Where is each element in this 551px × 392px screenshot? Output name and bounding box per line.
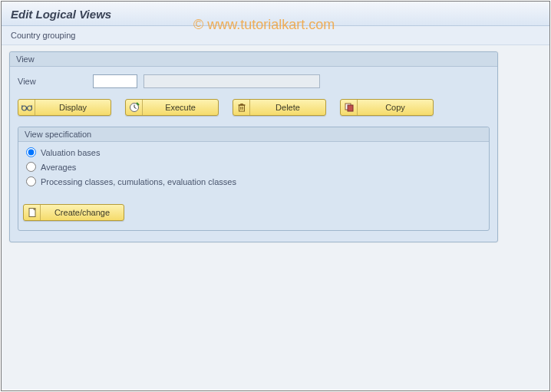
radio-label-processing: Processing classes, cumulations, evaluat… [41, 177, 236, 186]
radio-item-valuation[interactable]: Valuation bases [21, 145, 486, 160]
view-spec-title: View specification [18, 127, 489, 142]
view-group-title: View [10, 52, 497, 67]
radio-item-averages[interactable]: Averages [21, 160, 486, 174]
view-groupbox: View View Display [9, 51, 498, 242]
trash-icon [233, 100, 250, 115]
view-code-input[interactable] [93, 74, 137, 88]
view-spec-groupbox: View specification Valuation bases Avera… [18, 127, 490, 231]
create-change-label: Create/change [41, 208, 124, 217]
action-button-row: Display Execute Delete [18, 99, 490, 116]
execute-button-label: Execute [143, 103, 218, 112]
delete-button-label: Delete [250, 103, 325, 112]
svg-rect-5 [348, 105, 353, 111]
radio-label-averages: Averages [41, 163, 76, 172]
svg-point-0 [21, 106, 26, 110]
clock-execute-icon [126, 100, 143, 115]
view-input-row: View [18, 74, 490, 88]
radio-label-valuation: Valuation bases [41, 148, 100, 157]
radio-set: Valuation bases Averages Processing clas… [18, 142, 489, 199]
subtitle-text: Country grouping [11, 31, 75, 40]
document-new-icon [24, 205, 41, 220]
copy-button-label: Copy [358, 103, 433, 112]
copy-button[interactable]: Copy [340, 99, 434, 116]
display-button-label: Display [35, 103, 111, 112]
window-frame: © www.tutorialkart.com Edit Logical View… [1, 1, 550, 391]
glasses-icon [18, 100, 35, 115]
radio-processing[interactable] [26, 176, 36, 186]
radio-item-processing[interactable]: Processing classes, cumulations, evaluat… [21, 174, 486, 189]
page-title: Edit Logical Views [11, 8, 540, 21]
delete-button[interactable]: Delete [233, 99, 326, 116]
view-desc-input [144, 74, 320, 88]
create-change-button[interactable]: Create/change [23, 204, 124, 221]
subtitle-bar: Country grouping [2, 26, 549, 45]
radio-valuation[interactable] [26, 147, 36, 157]
execute-button[interactable]: Execute [125, 99, 219, 116]
title-bar: Edit Logical Views [2, 2, 549, 26]
content-area: View View Display [2, 45, 549, 390]
copy-icon [341, 100, 358, 115]
view-field-label: View [18, 77, 87, 86]
display-button[interactable]: Display [18, 99, 111, 116]
svg-point-1 [27, 106, 31, 110]
radio-averages[interactable] [26, 162, 36, 172]
